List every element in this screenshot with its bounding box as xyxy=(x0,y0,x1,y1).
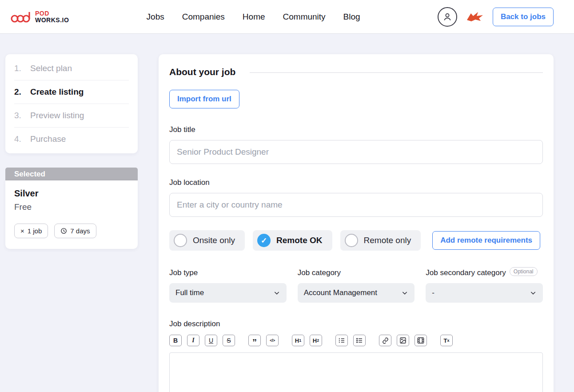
onsite-only-option[interactable]: Onsite only xyxy=(169,230,245,251)
job-type-value: Full time xyxy=(175,288,204,297)
step-select-plan[interactable]: 1. Select plan xyxy=(14,57,129,80)
plan-badges: × 1 job 7 days xyxy=(14,224,129,238)
jobs-count-label: 1 job xyxy=(28,227,42,235)
nav-link-home[interactable]: Home xyxy=(243,12,265,22)
selected-plan-card: Selected Silver Free × 1 job xyxy=(5,168,138,249)
title-divider xyxy=(250,72,543,73)
multiply-icon: × xyxy=(20,227,24,235)
onsite-only-label: Onsite only xyxy=(193,236,235,245)
clear-group: Tx xyxy=(440,335,453,346)
block-group: ” </> xyxy=(248,335,279,346)
chevron-down-icon xyxy=(401,289,408,296)
clock-icon xyxy=(60,228,67,234)
job-location-input[interactable] xyxy=(169,193,543,217)
jobs-count-badge: × 1 job xyxy=(14,224,48,238)
remote-only-label: Remote only xyxy=(364,236,411,245)
plan-header-band: Selected xyxy=(5,168,138,180)
job-type-select[interactable]: Full time xyxy=(169,283,287,303)
ordered-list-icon[interactable] xyxy=(335,335,348,346)
text-style-group: B I U S xyxy=(169,335,235,346)
logo-text-pod: POD xyxy=(35,10,69,17)
step-purchase[interactable]: 4. Purchase xyxy=(14,128,129,151)
job-secondary-category-value: - xyxy=(432,288,434,297)
nav-link-jobs[interactable]: Jobs xyxy=(147,12,164,22)
step-number: 1. xyxy=(14,64,25,73)
clear-formatting-icon[interactable]: Tx xyxy=(440,335,453,346)
duration-badge: 7 days xyxy=(54,224,96,238)
blockquote-icon[interactable]: ” xyxy=(248,335,261,346)
job-category-label: Job category xyxy=(298,268,341,277)
media-group xyxy=(379,335,427,346)
radio-unchecked-icon xyxy=(345,234,358,247)
bullet-list-icon[interactable] xyxy=(353,335,366,346)
step-number: 3. xyxy=(14,111,25,120)
step-label: Purchase xyxy=(30,134,66,144)
category-selects-row: Job type Full time Job category Account … xyxy=(169,268,543,303)
plan-name: Silver xyxy=(14,188,129,199)
remote-only-option[interactable]: Remote only xyxy=(340,230,421,251)
job-location-label: Job location xyxy=(169,178,543,187)
step-label: Select plan xyxy=(30,64,72,73)
job-title-input[interactable] xyxy=(169,140,543,164)
job-secondary-category-column: Job secondary category Optional - xyxy=(426,268,543,303)
logo[interactable]: POD WORKS.IO xyxy=(11,10,69,24)
strikethrough-icon[interactable]: S xyxy=(223,335,235,346)
check-circle-icon: ✓ xyxy=(257,234,271,247)
underline-icon[interactable]: U xyxy=(205,335,217,346)
job-secondary-category-select[interactable]: - xyxy=(426,283,543,303)
bold-icon[interactable]: B xyxy=(169,335,182,346)
code-block-icon[interactable]: </> xyxy=(266,335,279,346)
nav-link-companies[interactable]: Companies xyxy=(182,12,225,22)
job-type-label: Job type xyxy=(169,268,198,277)
section-title-row: About your job xyxy=(169,67,543,77)
job-category-value: Account Management xyxy=(304,288,377,297)
job-secondary-category-label: Job secondary category xyxy=(426,268,506,277)
add-remote-requirements-button[interactable]: Add remote requirements xyxy=(432,231,540,250)
list-group xyxy=(335,335,366,346)
import-from-url-button[interactable]: Import from url xyxy=(169,90,239,108)
page: POD WORKS.IO Jobs Companies Home Communi… xyxy=(0,0,574,392)
link-icon[interactable] xyxy=(379,335,391,346)
chevron-down-icon xyxy=(273,289,280,296)
optional-badge: Optional xyxy=(510,267,538,276)
left-sidebar: 1. Select plan 2. Create listing 3. Prev… xyxy=(5,54,138,249)
chevron-down-icon xyxy=(530,289,537,296)
heading-1-icon[interactable]: H1 xyxy=(292,335,304,346)
step-label: Create listing xyxy=(30,87,84,97)
nav-link-blog[interactable]: Blog xyxy=(343,12,360,22)
content: 1. Select plan 2. Create listing 3. Prev… xyxy=(0,33,574,392)
job-category-column: Job category Account Management xyxy=(298,268,415,303)
logo-mark-icon xyxy=(11,10,32,24)
editor-toolbar: B I U S ” </> H1 H2 xyxy=(169,335,543,346)
back-to-jobs-button[interactable]: Back to jobs xyxy=(493,8,554,26)
about-job-card: About your job Import from url Job title… xyxy=(159,54,554,392)
account-button[interactable] xyxy=(438,7,457,27)
section-title: About your job xyxy=(169,67,235,77)
nav-links: Jobs Companies Home Community Blog xyxy=(147,12,360,22)
top-navbar: POD WORKS.IO Jobs Companies Home Communi… xyxy=(0,0,574,33)
logo-text: POD WORKS.IO xyxy=(35,10,69,23)
job-description-editor[interactable] xyxy=(169,352,543,392)
job-title-label: Job title xyxy=(169,125,543,134)
image-icon[interactable] xyxy=(397,335,409,346)
video-icon[interactable] xyxy=(415,335,427,346)
italic-icon[interactable]: I xyxy=(187,335,199,346)
step-preview-listing[interactable]: 3. Preview listing xyxy=(14,104,129,128)
heading-group: H1 H2 xyxy=(292,335,322,346)
remote-ok-option[interactable]: ✓ Remote OK xyxy=(253,230,332,251)
nav-link-community[interactable]: Community xyxy=(283,12,326,22)
plan-body: Silver Free × 1 job 7 days xyxy=(5,180,138,249)
duration-label: 7 days xyxy=(70,227,90,235)
step-number: 2. xyxy=(14,87,25,97)
job-type-column: Job type Full time xyxy=(169,268,287,303)
steps-card: 1. Select plan 2. Create listing 3. Prev… xyxy=(5,54,138,153)
remote-ok-label: Remote OK xyxy=(276,236,322,245)
remote-options-row: Onsite only ✓ Remote OK Remote only Add … xyxy=(169,230,543,251)
step-create-listing[interactable]: 2. Create listing xyxy=(14,80,129,104)
radio-unchecked-icon xyxy=(174,234,187,247)
heading-2-icon[interactable]: H2 xyxy=(310,335,322,346)
nav-right: Back to jobs xyxy=(438,7,554,27)
mascot-icon xyxy=(466,11,484,23)
step-number: 4. xyxy=(14,134,25,144)
job-category-select[interactable]: Account Management xyxy=(298,283,415,303)
